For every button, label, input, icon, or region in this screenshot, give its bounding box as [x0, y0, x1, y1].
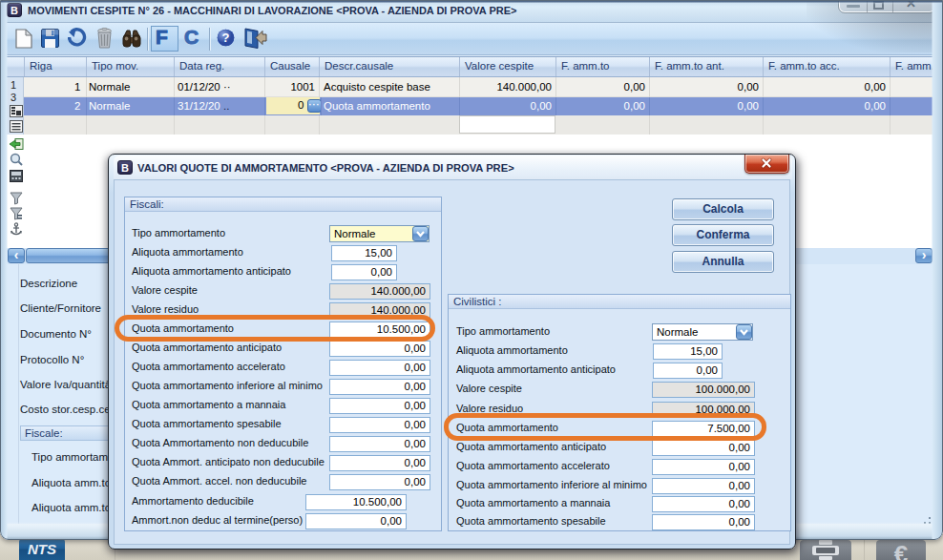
- svg-text:?: ?: [222, 31, 230, 45]
